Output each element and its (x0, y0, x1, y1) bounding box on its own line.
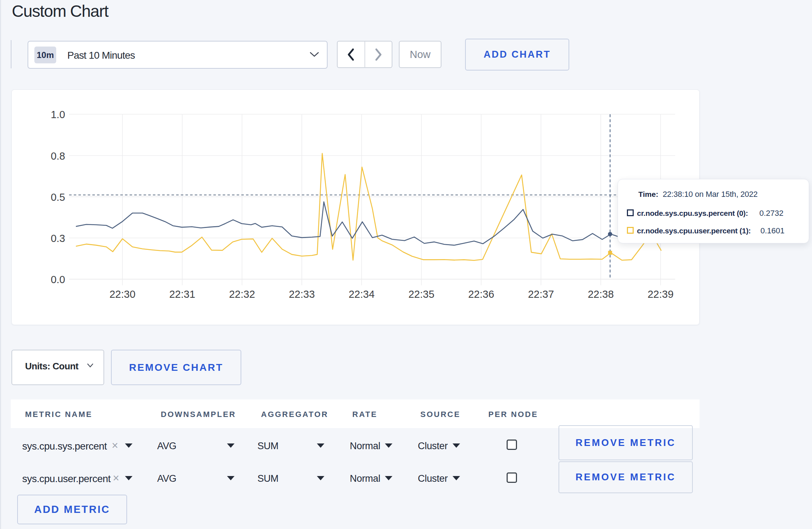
svg-text:22:38: 22:38 (588, 288, 614, 300)
svg-text:22:36: 22:36 (468, 288, 494, 300)
svg-text:0.8: 0.8 (51, 150, 65, 162)
svg-text:22:32: 22:32 (229, 288, 255, 300)
svg-text:22:37: 22:37 (528, 288, 554, 300)
svg-text:22:34: 22:34 (349, 288, 375, 300)
svg-text:22:31: 22:31 (169, 288, 195, 300)
svg-text:22:30: 22:30 (110, 288, 136, 300)
svg-text:0.3: 0.3 (51, 233, 65, 244)
svg-text:0.5: 0.5 (51, 191, 65, 203)
svg-text:22:39: 22:39 (648, 288, 674, 300)
svg-text:1.0: 1.0 (51, 109, 65, 120)
svg-text:22:33: 22:33 (289, 288, 315, 300)
svg-text:22:35: 22:35 (409, 288, 435, 300)
svg-text:0.0: 0.0 (51, 274, 65, 285)
